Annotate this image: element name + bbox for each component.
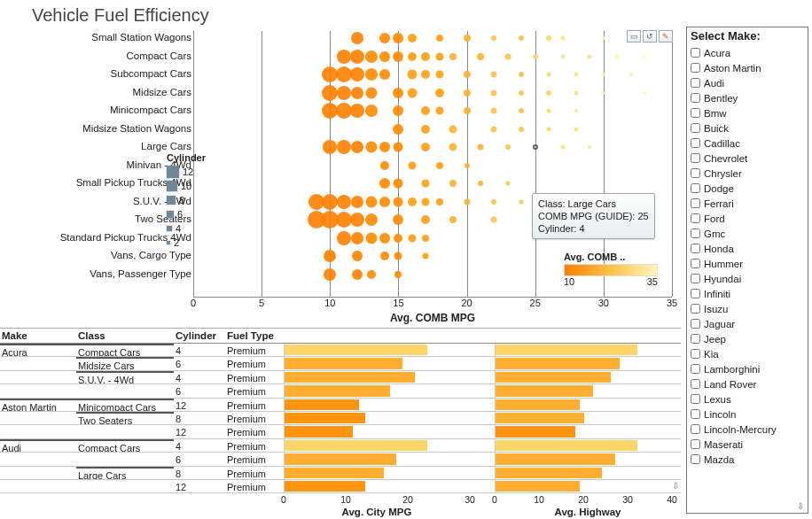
data-point[interactable] (602, 73, 605, 76)
data-point[interactable] (504, 53, 511, 59)
data-point[interactable] (422, 198, 430, 205)
data-point[interactable] (547, 109, 551, 113)
data-point[interactable] (491, 126, 497, 132)
data-point[interactable] (322, 194, 338, 210)
filter-item[interactable]: Land Rover (687, 376, 808, 391)
data-point[interactable] (478, 181, 483, 186)
data-point[interactable] (337, 50, 351, 64)
data-point[interactable] (643, 55, 646, 58)
table-row[interactable]: S.U.V. - 4Wd4Premium (0, 371, 681, 384)
data-point[interactable] (379, 142, 390, 152)
filter-checkbox[interactable] (691, 63, 700, 73)
data-point[interactable] (533, 54, 538, 59)
data-point[interactable] (337, 231, 351, 245)
data-point[interactable] (491, 217, 497, 223)
filter-item[interactable]: Cadillac (687, 136, 808, 151)
data-point[interactable] (379, 33, 390, 43)
filter-checkbox[interactable] (691, 349, 700, 359)
data-point[interactable] (350, 213, 364, 227)
data-point[interactable] (393, 124, 403, 135)
data-point[interactable] (423, 253, 429, 260)
data-point[interactable] (408, 198, 417, 206)
data-point[interactable] (380, 161, 389, 170)
data-point[interactable] (602, 36, 605, 40)
filter-checkbox[interactable] (691, 93, 700, 103)
filter-item[interactable]: Lincoln (687, 407, 808, 422)
data-point[interactable] (393, 214, 403, 225)
data-point[interactable] (324, 250, 336, 262)
filter-checkbox[interactable] (691, 183, 700, 193)
filter-item[interactable]: Infiniti (687, 286, 808, 301)
data-point[interactable] (365, 68, 378, 81)
data-point[interactable] (350, 104, 364, 118)
data-point[interactable] (365, 142, 377, 153)
data-point[interactable] (365, 213, 378, 226)
data-point[interactable] (379, 69, 390, 80)
filter-checkbox[interactable] (691, 424, 700, 434)
filter-item[interactable]: Hyundai (687, 271, 808, 286)
data-point[interactable] (491, 199, 496, 205)
data-point[interactable] (435, 89, 444, 97)
bar-city[interactable] (285, 413, 365, 423)
bar-city[interactable] (285, 453, 396, 464)
data-point[interactable] (436, 162, 443, 169)
filter-checkbox[interactable] (691, 409, 700, 419)
data-point[interactable] (379, 178, 390, 189)
data-point[interactable] (379, 197, 390, 207)
scroll-down-icon[interactable]: ⇩ (672, 481, 679, 491)
filter-checkbox[interactable] (691, 229, 700, 238)
data-point[interactable] (491, 108, 497, 114)
filter-item[interactable]: Chevrolet (687, 151, 808, 166)
filter-item[interactable]: Mazda (687, 452, 808, 467)
bar-highway[interactable] (496, 453, 615, 464)
data-point[interactable] (519, 90, 524, 96)
data-point[interactable] (464, 71, 471, 78)
data-point[interactable] (365, 87, 377, 98)
data-point[interactable] (393, 51, 403, 62)
data-point[interactable] (533, 144, 538, 150)
data-point[interactable] (394, 271, 402, 278)
data-point[interactable] (449, 125, 457, 133)
data-point[interactable] (574, 109, 578, 112)
revert-tool-icon[interactable]: ↺ (643, 30, 657, 43)
data-point[interactable] (449, 216, 457, 223)
filter-checkbox[interactable] (691, 153, 700, 163)
data-point[interactable] (336, 212, 352, 228)
filter-checkbox[interactable] (691, 289, 700, 298)
bar-city[interactable] (285, 440, 427, 451)
col-header-cylinder[interactable]: Cylinder (174, 329, 225, 343)
bar-highway[interactable] (496, 413, 584, 423)
filter-item[interactable]: Acura (687, 45, 808, 60)
data-point[interactable] (435, 107, 443, 115)
bar-city[interactable] (285, 345, 427, 355)
filter-item[interactable]: Maserati (687, 437, 808, 452)
filter-checkbox[interactable] (691, 364, 700, 374)
data-point[interactable] (408, 234, 416, 242)
data-point[interactable] (365, 105, 378, 117)
filter-checkbox[interactable] (691, 198, 700, 208)
filter-item[interactable]: Kia (687, 346, 808, 361)
data-point[interactable] (421, 215, 430, 224)
data-point[interactable] (588, 54, 592, 58)
table-row[interactable]: AcuraCompact Cars4Premium (0, 344, 681, 357)
filter-checkbox[interactable] (691, 334, 700, 344)
data-point[interactable] (421, 143, 430, 151)
data-point[interactable] (352, 251, 363, 261)
table-row[interactable]: Large Cars8Premium (0, 467, 681, 480)
filter-checkbox[interactable] (691, 304, 700, 314)
data-point[interactable] (351, 87, 363, 99)
data-point[interactable] (436, 35, 443, 42)
select-tool-icon[interactable]: ▭ (627, 30, 641, 43)
table-row[interactable]: Aston MartinMinicompact Cars12Premium (0, 399, 681, 412)
data-point[interactable] (323, 140, 337, 154)
data-point[interactable] (465, 163, 470, 168)
data-point[interactable] (394, 143, 403, 152)
filter-checkbox[interactable] (691, 319, 700, 329)
table-row[interactable]: 12Premium (0, 425, 681, 438)
data-point[interactable] (379, 51, 390, 62)
filter-item[interactable]: Aston Martin (687, 60, 808, 75)
filter-item[interactable]: Bentley (687, 90, 808, 105)
data-point[interactable] (491, 72, 497, 78)
data-point[interactable] (519, 108, 524, 113)
data-point[interactable] (546, 90, 551, 96)
